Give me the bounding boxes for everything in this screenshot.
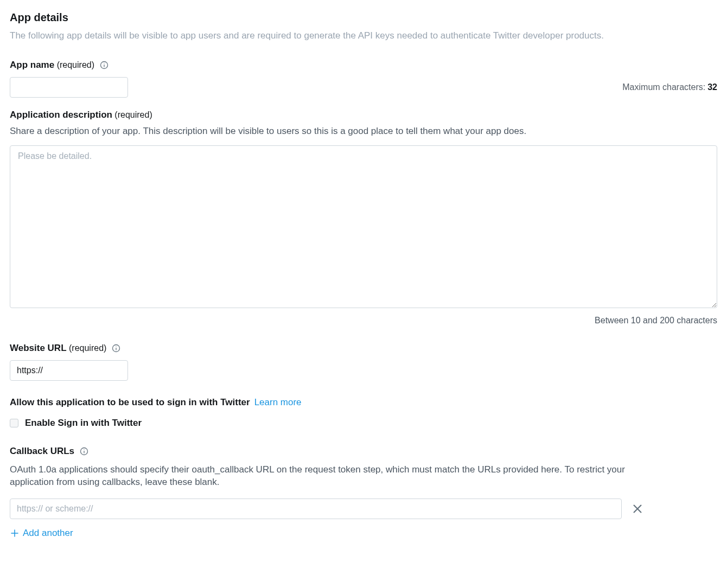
enable-signin-label: Enable Sign in with Twitter <box>25 417 142 430</box>
add-another-label: Add another <box>23 527 73 540</box>
website-url-required: (required) <box>69 343 106 353</box>
svg-point-5 <box>116 346 117 347</box>
signin-twitter-field: Allow this application to be used to sig… <box>10 396 717 430</box>
callback-urls-field: Callback URLs OAuth 1.0a applications sh… <box>10 445 717 540</box>
app-name-input[interactable] <box>10 77 128 98</box>
app-description-field: Application description (required) Share… <box>10 108 717 327</box>
max-characters-label: Maximum characters: <box>622 81 705 93</box>
website-url-label: Website URL <box>10 343 67 353</box>
website-url-input[interactable] <box>10 360 128 381</box>
app-details-title: App details <box>10 10 717 25</box>
app-description-required: (required) <box>114 110 152 119</box>
remove-callback-button[interactable] <box>632 503 643 515</box>
app-description-limit: Between 10 and 200 characters <box>595 315 717 327</box>
add-another-button[interactable]: Add another <box>10 527 717 540</box>
app-name-required: (required) <box>57 60 94 69</box>
info-icon[interactable] <box>80 447 88 456</box>
signin-heading: Allow this application to be used to sig… <box>10 396 250 409</box>
callback-url-input[interactable] <box>10 498 622 519</box>
svg-point-8 <box>84 449 84 450</box>
info-icon[interactable] <box>112 344 120 353</box>
svg-point-2 <box>104 63 104 63</box>
learn-more-link[interactable]: Learn more <box>254 396 302 409</box>
app-name-label: App name <box>10 60 54 70</box>
callback-urls-label: Callback URLs <box>10 445 74 458</box>
website-url-field: Website URL (required) <box>10 342 717 381</box>
app-description-label: Application description <box>10 110 112 120</box>
max-characters-value: 32 <box>707 81 717 93</box>
app-description-help: Share a description of your app. This de… <box>10 125 717 138</box>
app-name-field: App name (required) Maximum characters: … <box>10 59 717 93</box>
plus-icon <box>10 528 20 538</box>
enable-signin-checkbox[interactable] <box>10 419 18 427</box>
callback-url-row <box>10 498 717 519</box>
info-icon[interactable] <box>100 61 109 69</box>
callback-description: OAuth 1.0a applications should specify t… <box>10 463 645 489</box>
app-details-description: The following app details will be visibl… <box>10 29 717 42</box>
app-description-textarea[interactable] <box>10 145 717 308</box>
